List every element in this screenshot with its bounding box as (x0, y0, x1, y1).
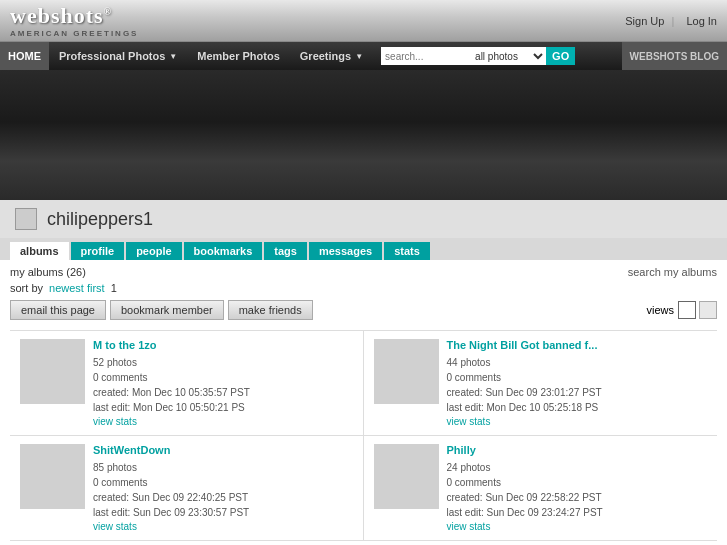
page-number: 1 (111, 282, 117, 294)
albums-grid: M to the 1zo 52 photos 0 comments create… (10, 330, 717, 541)
tab-tags[interactable]: tags (264, 242, 307, 260)
album-photos: 85 photos (93, 460, 353, 475)
tab-people[interactable]: people (126, 242, 181, 260)
tab-albums[interactable]: albums (10, 242, 69, 260)
album-thumb (374, 444, 439, 509)
logo-sup: ® (104, 6, 112, 17)
albums-area: my albums (26) search my albums sort by … (0, 260, 727, 545)
search-go-button[interactable]: GO (546, 47, 575, 65)
sort-label: sort by (10, 282, 43, 294)
bookmark-member-button[interactable]: bookmark member (110, 300, 224, 320)
view-stats-link[interactable]: view stats (93, 521, 137, 532)
header-links: Sign Up | Log In (620, 15, 717, 27)
album-created: created: Mon Dec 10 05:35:57 PST (93, 385, 353, 400)
nav-professional-photos[interactable]: Professional Photos ▼ (49, 42, 187, 70)
album-last-edit: last edit: Mon Dec 10 05:50:21 PS (93, 400, 353, 415)
avatar (15, 208, 37, 230)
album-info: The Night Bill Got banned f... 44 photos… (447, 339, 708, 427)
album-title-link[interactable]: M to the 1zo (93, 339, 353, 351)
sign-up-link[interactable]: Sign Up (625, 15, 664, 27)
album-title-link[interactable]: The Night Bill Got banned f... (447, 339, 708, 351)
album-created: created: Sun Dec 09 23:01:27 PST (447, 385, 708, 400)
album-created: created: Sun Dec 09 22:40:25 PST (93, 490, 353, 505)
albums-toolbar: my albums (26) search my albums (10, 266, 717, 278)
tab-bookmarks[interactable]: bookmarks (184, 242, 263, 260)
bg-area (0, 70, 727, 200)
album-comments: 0 comments (447, 475, 708, 490)
album-info: ShitWentDown 85 photos 0 comments create… (93, 444, 353, 532)
views-label: views (646, 304, 674, 316)
search-albums[interactable]: search my albums (628, 266, 717, 278)
album-last-edit: last edit: Sun Dec 09 23:30:57 PST (93, 505, 353, 520)
logo: webshots® (10, 3, 112, 29)
album-last-edit: last edit: Sun Dec 09 23:24:27 PST (447, 505, 708, 520)
make-friends-button[interactable]: make friends (228, 300, 313, 320)
tab-stats[interactable]: stats (384, 242, 430, 260)
album-title-link[interactable]: Philly (447, 444, 708, 456)
list-item: Philly 24 photos 0 comments created: Sun… (364, 436, 718, 541)
log-in-link[interactable]: Log In (686, 15, 717, 27)
album-info: Philly 24 photos 0 comments created: Sun… (447, 444, 708, 532)
search-select[interactable]: all photos (471, 47, 546, 65)
grid-view-icon[interactable] (678, 301, 696, 319)
username: chilipeppers1 (47, 209, 153, 230)
sort-bar: sort by newest first 1 (10, 282, 717, 294)
greetings-arrow: ▼ (355, 52, 363, 61)
professional-photos-arrow: ▼ (169, 52, 177, 61)
album-created: created: Sun Dec 09 22:58:22 PST (447, 490, 708, 505)
search-input[interactable] (381, 47, 471, 65)
tab-profile[interactable]: profile (71, 242, 125, 260)
list-item: ShitWentDown 85 photos 0 comments create… (10, 436, 364, 541)
album-photos: 24 photos (447, 460, 708, 475)
album-thumb (374, 339, 439, 404)
album-photos: 52 photos (93, 355, 353, 370)
view-stats-link[interactable]: view stats (447, 521, 491, 532)
nav-greetings[interactable]: Greetings ▼ (290, 42, 373, 70)
album-photos: 44 photos (447, 355, 708, 370)
nav-blog[interactable]: WEBSHOTS BLOG (622, 42, 727, 70)
header-divider: | (671, 15, 674, 27)
action-buttons: email this page bookmark member make fri… (10, 300, 717, 320)
email-page-button[interactable]: email this page (10, 300, 106, 320)
nav-home[interactable]: HOME (0, 42, 49, 70)
nav-member-photos[interactable]: Member Photos (187, 42, 290, 70)
album-last-edit: last edit: Mon Dec 10 05:25:18 PS (447, 400, 708, 415)
album-comments: 0 comments (447, 370, 708, 385)
albums-count: my albums (26) (10, 266, 86, 278)
main-content: chilipeppers1 albums profile people book… (0, 200, 727, 545)
album-comments: 0 comments (93, 370, 353, 385)
search-area: all photos GO (381, 47, 613, 65)
logo-wordmark: webshots (10, 3, 104, 28)
album-thumb (20, 339, 85, 404)
header: webshots® AMERICAN GREETINGS Sign Up | L… (0, 0, 727, 42)
tabs: albums profile people bookmarks tags mes… (0, 238, 727, 260)
list-view-icon[interactable] (699, 301, 717, 319)
view-stats-link[interactable]: view stats (447, 416, 491, 427)
navbar: HOME Professional Photos ▼ Member Photos… (0, 42, 727, 70)
sort-link[interactable]: newest first (49, 282, 105, 294)
user-header: chilipeppers1 (0, 200, 727, 238)
view-stats-link[interactable]: view stats (93, 416, 137, 427)
logo-area: webshots® AMERICAN GREETINGS (10, 3, 138, 38)
list-item: The Night Bill Got banned f... 44 photos… (364, 331, 718, 436)
view-icons (678, 301, 717, 319)
album-title-link[interactable]: ShitWentDown (93, 444, 353, 456)
album-info: M to the 1zo 52 photos 0 comments create… (93, 339, 353, 427)
album-thumb (20, 444, 85, 509)
list-item: M to the 1zo 52 photos 0 comments create… (10, 331, 364, 436)
album-comments: 0 comments (93, 475, 353, 490)
tab-messages[interactable]: messages (309, 242, 382, 260)
logo-sub: AMERICAN GREETINGS (10, 29, 138, 38)
